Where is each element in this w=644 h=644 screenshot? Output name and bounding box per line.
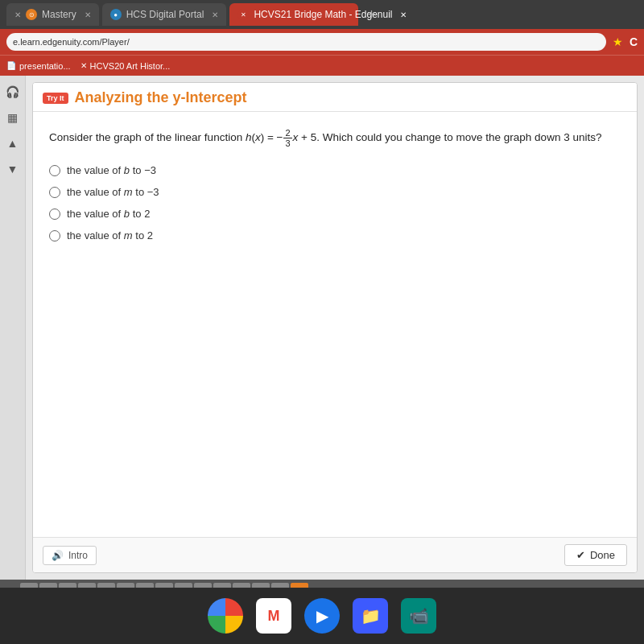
tab-hcvs21[interactable]: ✕ HCVS21 Bridge Math - Edgenuil ✕ xyxy=(229,3,358,26)
radio-m-2-circle[interactable] xyxy=(49,230,60,242)
tab-hcs-digital[interactable]: ● HCS Digital Portal ✕ xyxy=(102,3,227,26)
tab-hcvs21-icon: ✕ xyxy=(237,9,249,20)
checkmark-icon: ✔ xyxy=(576,549,585,561)
try-it-badge: Try It xyxy=(43,93,68,104)
bookmark-presentatio[interactable]: 📄 presentatio... xyxy=(6,61,71,71)
bookmarks-bar: 📄 presentatio... ✕ HCVS20 Art Histor... xyxy=(0,55,644,76)
bookmark-presentatio-label: presentatio... xyxy=(19,61,71,71)
taskbar: M ▶ 📁 📹 xyxy=(0,588,644,644)
taskbar-play-icon[interactable]: ▶ xyxy=(304,598,340,634)
tab-mastery-close-icon[interactable]: ✕ xyxy=(14,10,21,19)
refresh-icon[interactable]: C xyxy=(630,35,638,48)
bookmark-hcvs20[interactable]: ✕ HCVS20 Art Histor... xyxy=(80,61,171,71)
option-m-neg3[interactable]: the value of m to −3 xyxy=(49,186,621,198)
tab-hcs-icon: ● xyxy=(110,9,122,20)
tab-mastery[interactable]: ✕ ⊙ Mastery ✕ xyxy=(6,3,99,26)
address-bar: e.learn.edgenuity.com/Player/ ★ C xyxy=(0,29,644,55)
tab-mastery-icon: ⊙ xyxy=(26,9,37,20)
question-area: Consider the graph of the linear functio… xyxy=(33,112,637,537)
bookmark-hcvs20-icon: ✕ xyxy=(80,61,87,70)
option-m-neg3-label: the value of m to −3 xyxy=(67,186,159,198)
tab-hcs-x[interactable]: ✕ xyxy=(212,10,218,19)
chrome-tabs-bar: ✕ ⊙ Mastery ✕ ● HCS Digital Portal ✕ ✕ H… xyxy=(0,0,644,29)
tab-hcs-label: HCS Digital Portal xyxy=(126,9,204,20)
done-button[interactable]: ✔ Done xyxy=(564,544,627,566)
radio-m-neg3-circle[interactable] xyxy=(49,187,60,198)
taskbar-meet-icon[interactable]: 📹 xyxy=(401,598,436,634)
lesson-title: Analyzing the y-Intercept xyxy=(75,89,247,106)
taskbar-gmail-icon[interactable]: M xyxy=(256,598,291,634)
taskbar-files-icon[interactable]: 📁 xyxy=(353,598,388,634)
option-b-2[interactable]: the value of b to 2 xyxy=(49,208,621,220)
gmail-m-label: M xyxy=(268,608,280,625)
files-folder-icon: 📁 xyxy=(361,606,381,625)
option-b-neg3-label: the value of b to −3 xyxy=(67,164,156,176)
radio-b-2-circle[interactable] xyxy=(49,208,60,220)
arrow-down-icon[interactable]: ▼ xyxy=(3,159,23,179)
bookmark-star-icon[interactable]: ★ xyxy=(613,35,623,48)
audio-icon[interactable]: 🎧 xyxy=(3,82,23,101)
speaker-icon: 🔊 xyxy=(52,550,64,561)
arrow-up-icon[interactable]: ▲ xyxy=(3,134,23,153)
question-text: Consider the graph of the linear functio… xyxy=(49,128,621,148)
bookmark-hcvs20-label: HCVS20 Art Histor... xyxy=(90,61,171,71)
url-text: e.learn.edgenuity.com/Player/ xyxy=(13,37,130,47)
play-triangle-icon: ▶ xyxy=(316,606,328,625)
url-field[interactable]: e.learn.edgenuity.com/Player/ xyxy=(6,33,606,51)
function-x-term: x xyxy=(293,131,299,143)
new-tab-button[interactable]: + xyxy=(361,5,381,24)
tab-mastery-label: Mastery xyxy=(42,9,76,20)
lesson-bottom-bar: 🔊 Intro ✔ Done xyxy=(33,537,637,572)
done-button-label: Done xyxy=(590,549,615,561)
intro-button[interactable]: 🔊 Intro xyxy=(43,546,97,565)
browser-content: 🎧 ▦ ▲ ▼ Try It Analyzing the y-Intercept… xyxy=(0,76,644,580)
tab-hcvs21-x[interactable]: ✕ xyxy=(400,10,407,19)
option-m-2-label: the value of m to 2 xyxy=(67,229,153,242)
left-sidebar: 🎧 ▦ ▲ ▼ xyxy=(0,76,26,580)
option-m-2[interactable]: the value of m to 2 xyxy=(49,229,621,242)
option-b-2-label: the value of b to 2 xyxy=(67,208,150,220)
taskbar-chrome-icon[interactable] xyxy=(208,598,243,634)
grid-icon[interactable]: ▦ xyxy=(3,108,23,127)
bookmark-presentatio-icon: 📄 xyxy=(6,61,16,70)
lesson-area: Try It Analyzing the y-Intercept Conside… xyxy=(32,82,638,573)
radio-b-neg3-circle[interactable] xyxy=(49,165,60,176)
fraction-2-3: 23 xyxy=(283,128,291,148)
tab-mastery-x[interactable]: ✕ xyxy=(85,10,91,19)
intro-button-label: Intro xyxy=(68,550,88,561)
meet-camera-icon: 📹 xyxy=(409,606,429,625)
lesson-header: Try It Analyzing the y-Intercept xyxy=(33,83,637,112)
function-var-x: x xyxy=(255,131,261,143)
function-notation: h xyxy=(246,131,252,143)
option-b-neg3[interactable]: the value of b to −3 xyxy=(49,164,621,176)
